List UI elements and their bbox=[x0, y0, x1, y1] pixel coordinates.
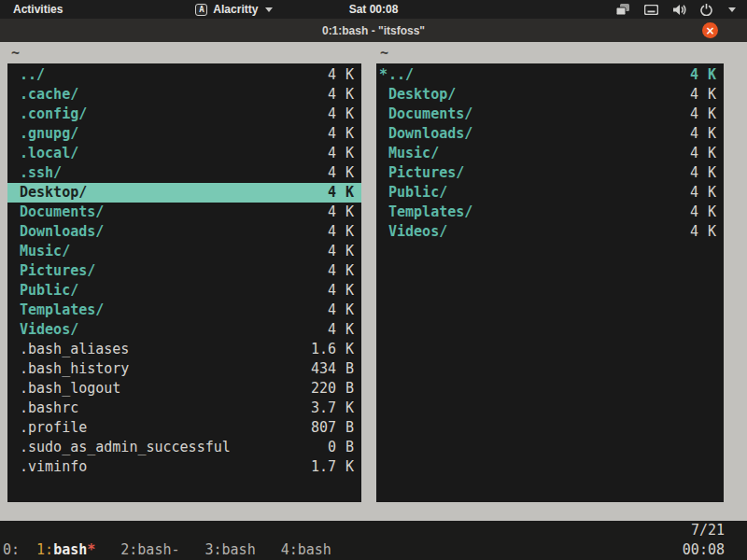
tmux-window-1[interactable]: 1:bash* bbox=[36, 539, 95, 560]
file-row[interactable]: Documents/4K bbox=[376, 105, 724, 124]
file-size: K bbox=[345, 85, 355, 105]
file-name: Desktop/ bbox=[20, 183, 87, 203]
file-row[interactable]: Public/4K bbox=[376, 183, 724, 203]
file-name: .viminfo bbox=[20, 457, 87, 477]
windows-indicator-icon[interactable] bbox=[616, 4, 630, 16]
app-menu[interactable]: A Alacritty bbox=[195, 3, 273, 16]
right-pane: *../4KDesktop/4KDocuments/4KDownloads/4K… bbox=[376, 63, 724, 502]
system-tray[interactable] bbox=[616, 4, 736, 16]
app-menu-label: Alacritty bbox=[213, 3, 258, 16]
file-row[interactable]: Downloads/4K bbox=[376, 124, 724, 144]
file-row[interactable]: .profile807B bbox=[7, 418, 361, 438]
file-size: K bbox=[345, 301, 355, 320]
file-size: K bbox=[345, 320, 355, 340]
left-pane-path: ~ bbox=[11, 44, 20, 63]
file-size: 4 bbox=[672, 105, 698, 124]
file-size: K bbox=[345, 124, 355, 144]
file-row[interactable]: Documents/4K bbox=[7, 203, 361, 222]
file-row[interactable]: *../4K bbox=[376, 65, 724, 85]
window-title-bar[interactable]: 0:1:bash - "itsfoss" × bbox=[0, 19, 747, 42]
file-size: K bbox=[345, 281, 355, 301]
file-row[interactable]: .bash_history434B bbox=[7, 359, 361, 379]
left-pane: ../4K.cache/4K.config/4K.gnupg/4K.local/… bbox=[7, 63, 361, 502]
file-row[interactable]: .bashrc3.7K bbox=[7, 399, 361, 418]
file-row[interactable]: Public/4K bbox=[7, 281, 361, 301]
file-row[interactable]: Desktop/4K bbox=[7, 183, 361, 203]
file-size: K bbox=[345, 163, 355, 183]
tmux-window-name: bash bbox=[298, 541, 331, 558]
gnome-top-bar: Activities A Alacritty Sat 00:08 bbox=[0, 0, 747, 19]
file-row[interactable]: .bash_aliases1.6K bbox=[7, 340, 361, 359]
file-row[interactable]: Pictures/4K bbox=[376, 163, 724, 183]
tmux-window-index: 3: bbox=[205, 541, 222, 558]
file-size: 4 bbox=[310, 144, 336, 163]
tmux-window-2[interactable]: 2:bash- bbox=[120, 539, 179, 560]
file-name: Music/ bbox=[20, 242, 70, 261]
file-size: 4 bbox=[310, 105, 336, 124]
file-size: K bbox=[345, 242, 355, 261]
file-row[interactable]: Music/4K bbox=[7, 242, 361, 261]
file-row[interactable]: Templates/4K bbox=[7, 301, 361, 320]
system-menu-chevron-icon[interactable] bbox=[728, 7, 736, 12]
tmux-window-4[interactable]: 4:bash bbox=[281, 539, 331, 560]
file-size: K bbox=[345, 65, 355, 85]
file-name: .profile bbox=[20, 418, 87, 438]
file-row[interactable]: ../4K bbox=[7, 65, 361, 85]
tmux-window-index: 1: bbox=[36, 541, 53, 558]
ruler-position: 7/21 bbox=[691, 522, 725, 539]
volume-icon[interactable] bbox=[672, 4, 686, 16]
file-name: .cache/ bbox=[20, 85, 78, 105]
vifm-status-bar: Hint: : drwxr-xr-x team:team 4 K 11/12 2… bbox=[0, 502, 747, 521]
terminal-content: ~ ~ ../4K.cache/4K.config/4K.gnupg/4K.lo… bbox=[0, 42, 747, 560]
file-row[interactable]: .ssh/4K bbox=[7, 163, 361, 183]
file-size: K bbox=[708, 163, 717, 183]
file-row[interactable]: Downloads/4K bbox=[7, 222, 361, 242]
file-row[interactable]: Pictures/4K bbox=[7, 261, 361, 281]
file-size: 4 bbox=[310, 203, 336, 222]
tmux-window-name: bash bbox=[222, 541, 256, 558]
file-row[interactable]: Music/4K bbox=[376, 144, 724, 163]
file-size: 4 bbox=[672, 124, 698, 144]
file-size: 4 bbox=[310, 261, 336, 281]
file-size: 4 bbox=[672, 65, 698, 85]
file-row[interactable]: .config/4K bbox=[7, 105, 361, 124]
file-row[interactable]: .gnupg/4K bbox=[7, 124, 361, 144]
file-size: 4 bbox=[672, 85, 698, 105]
file-size: B bbox=[345, 438, 355, 457]
file-row[interactable]: .bash_logout220B bbox=[7, 379, 361, 399]
file-name: .bash_logout bbox=[20, 379, 120, 399]
file-size: 4 bbox=[310, 65, 336, 85]
file-row[interactable]: .sudo_as_admin_successful0B bbox=[7, 438, 361, 457]
tmux-window-name: bash bbox=[137, 541, 171, 558]
activities-button[interactable]: Activities bbox=[13, 3, 63, 16]
keyboard-indicator-icon[interactable] bbox=[644, 5, 658, 15]
power-icon[interactable] bbox=[700, 4, 712, 16]
file-size: K bbox=[345, 399, 355, 418]
file-row[interactable]: Videos/4K bbox=[376, 222, 724, 242]
tmux-window-flag: - bbox=[171, 541, 179, 558]
marker: * bbox=[379, 65, 388, 85]
file-size: 1.7 bbox=[310, 457, 336, 477]
file-row[interactable]: Desktop/4K bbox=[376, 85, 724, 105]
tmux-clock: 00:08 bbox=[683, 539, 725, 560]
file-size: 4 bbox=[672, 144, 698, 163]
file-row[interactable]: .cache/4K bbox=[7, 85, 361, 105]
file-name: .bash_history bbox=[20, 359, 129, 379]
file-row[interactable]: .viminfo1.7K bbox=[7, 457, 361, 477]
file-row[interactable]: Templates/4K bbox=[376, 203, 724, 222]
file-name: Templates/ bbox=[20, 301, 104, 320]
file-row[interactable]: Videos/4K bbox=[7, 320, 361, 340]
tmux-window-3[interactable]: 3:bash bbox=[205, 539, 256, 560]
file-size: K bbox=[345, 261, 355, 281]
file-size: K bbox=[708, 105, 717, 124]
file-row[interactable]: .local/4K bbox=[7, 144, 361, 163]
file-size: K bbox=[708, 85, 717, 105]
file-size: 4 bbox=[672, 163, 698, 183]
close-button[interactable]: × bbox=[702, 22, 718, 38]
file-name: Templates/ bbox=[388, 203, 472, 222]
file-name: .ssh/ bbox=[20, 163, 62, 183]
tmux-status-bar: 0: 1:bash*2:bash-3:bash4:bash 00:08 bbox=[0, 539, 747, 560]
file-name: Public/ bbox=[20, 281, 78, 301]
file-size: 220 bbox=[310, 379, 336, 399]
file-name: Documents/ bbox=[388, 105, 472, 124]
